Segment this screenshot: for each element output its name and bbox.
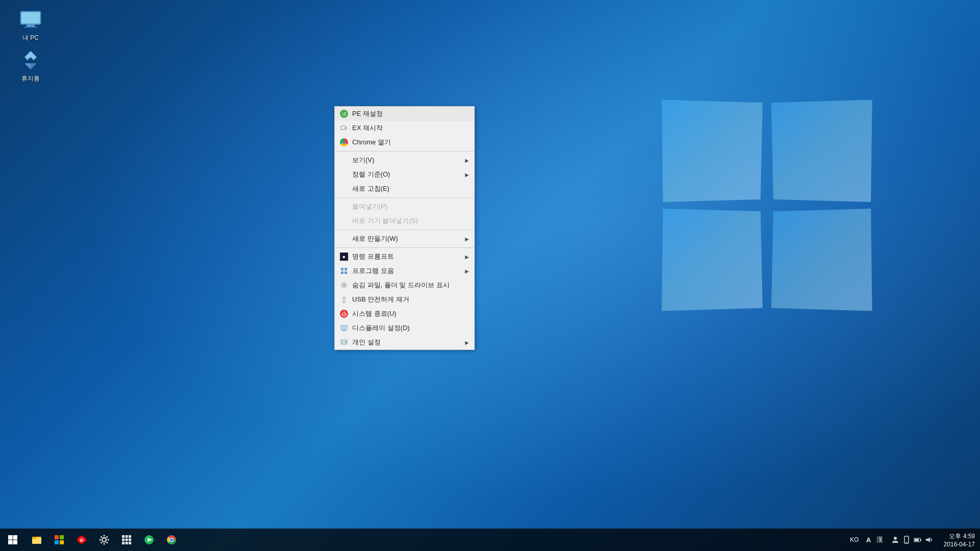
taskbar-store[interactable] bbox=[48, 529, 70, 551]
pe-reset-icon: ↺ bbox=[339, 109, 349, 119]
svg-point-30 bbox=[341, 341, 344, 343]
taskbar-apps[interactable] bbox=[115, 529, 138, 551]
tray-language-ko[interactable]: KO bbox=[847, 529, 863, 551]
svg-rect-60 bbox=[122, 539, 125, 541]
menu-item-chrome-open[interactable]: Chrome 열기 bbox=[335, 135, 474, 149]
tray-icon-input-method[interactable]: A bbox=[863, 529, 874, 551]
svg-point-49 bbox=[104, 535, 105, 537]
menu-item-cmd[interactable]: ■ 명령 프롬프트 ▶ bbox=[335, 249, 474, 264]
svg-marker-5 bbox=[24, 63, 31, 69]
paste-icon bbox=[339, 202, 349, 212]
menu-item-chrome-label: Chrome 열기 bbox=[352, 138, 469, 147]
win-pane-tl bbox=[662, 100, 763, 202]
menu-item-new[interactable]: 새로 만들기(W) ▶ bbox=[335, 232, 474, 246]
menu-item-pe-reset-label: PE 재설정 bbox=[352, 109, 469, 118]
svg-rect-39 bbox=[32, 538, 41, 544]
taskbar-settings[interactable] bbox=[93, 529, 115, 551]
new-icon bbox=[339, 234, 349, 244]
tray-lang-a: A bbox=[866, 536, 871, 544]
tray-clock[interactable]: 오후 4:59 2016-04-17 bbox=[939, 529, 980, 551]
svg-rect-41 bbox=[55, 535, 59, 539]
menu-item-refresh-label: 새로 고침(E) bbox=[352, 184, 469, 193]
system-tray: KO A 漢 bbox=[847, 529, 980, 551]
svg-marker-7 bbox=[31, 51, 37, 60]
svg-rect-22 bbox=[345, 298, 346, 298]
menu-item-usb-label: USB 안전하게 제거 bbox=[352, 295, 469, 304]
menu-item-paste-shortcut[interactable]: 바로 가기 붙여넣기(S) bbox=[335, 214, 474, 228]
svg-rect-15 bbox=[345, 271, 347, 274]
svg-rect-9 bbox=[341, 126, 346, 130]
svg-rect-13 bbox=[345, 268, 347, 270]
taskbar: R bbox=[0, 529, 980, 551]
svg-rect-35 bbox=[13, 535, 18, 540]
menu-item-view-label: 보기(V) bbox=[352, 156, 465, 165]
taskbar-media-player[interactable] bbox=[138, 529, 160, 551]
svg-marker-8 bbox=[24, 51, 31, 60]
menu-item-usb-remove[interactable]: USB 안전하게 제거 bbox=[335, 292, 474, 307]
cmd-arrow: ▶ bbox=[465, 254, 469, 260]
menu-item-shutdown[interactable]: ⏻ 시스템 종료(U) bbox=[335, 307, 474, 321]
svg-rect-44 bbox=[60, 540, 64, 544]
svg-rect-1 bbox=[21, 12, 40, 23]
svg-rect-59 bbox=[129, 535, 131, 538]
svg-point-71 bbox=[894, 537, 897, 540]
svg-point-55 bbox=[101, 542, 102, 543]
taskbar-pinned-icons: R bbox=[26, 529, 183, 551]
desktop-icon-recycle-bin[interactable]: 휴지통 bbox=[10, 46, 51, 85]
menu-item-pe-reset[interactable]: ↺ PE 재설정 bbox=[335, 107, 474, 121]
menu-item-ex-restart[interactable]: EX 재시작 bbox=[335, 121, 474, 135]
svg-rect-62 bbox=[129, 539, 131, 541]
desktop-icon-my-pc[interactable]: 내 PC bbox=[10, 5, 51, 44]
separator-3 bbox=[335, 230, 474, 230]
recycle-bin-icon-img bbox=[18, 48, 43, 72]
windows-logo bbox=[664, 102, 878, 316]
programs-arrow: ▶ bbox=[465, 268, 469, 274]
menu-item-hide-files[interactable]: 숨김 파일, 폴더 및 드라이브 표시 bbox=[335, 278, 474, 292]
win-pane-br bbox=[771, 209, 872, 311]
menu-item-sort[interactable]: 정렬 기준(O) ▶ bbox=[335, 167, 474, 182]
new-arrow: ▶ bbox=[465, 236, 469, 242]
menu-item-personal-label: 개인 설정 bbox=[352, 338, 465, 347]
taskbar-chrome[interactable] bbox=[160, 529, 183, 551]
context-menu: ↺ PE 재설정 EX 재시작 Chrome 열기 bbox=[334, 106, 475, 350]
menu-item-programs[interactable]: 프로그램 모음 ▶ bbox=[335, 264, 474, 278]
tray-icon-device[interactable] bbox=[901, 529, 912, 551]
svg-rect-36 bbox=[8, 540, 13, 545]
tray-icon-user[interactable] bbox=[890, 529, 901, 551]
svg-point-73 bbox=[906, 542, 907, 543]
tray-date: 2016-04-17 bbox=[944, 541, 975, 548]
usb-remove-icon bbox=[339, 294, 349, 305]
taskbar-ruby[interactable]: R bbox=[70, 529, 93, 551]
svg-rect-24 bbox=[341, 326, 347, 329]
svg-rect-61 bbox=[126, 539, 128, 541]
tray-icon-battery[interactable] bbox=[912, 529, 923, 551]
separator-4 bbox=[335, 247, 474, 248]
tray-hanja-text: 漢 bbox=[876, 535, 883, 544]
tray-icon-volume[interactable] bbox=[923, 529, 935, 551]
svg-rect-12 bbox=[341, 268, 344, 270]
menu-item-paste[interactable]: 붙여넣기(P) bbox=[335, 199, 474, 214]
chrome-open-icon bbox=[339, 137, 349, 147]
svg-marker-77 bbox=[926, 537, 930, 542]
menu-item-display[interactable]: 디스플레이 설정(D) bbox=[335, 321, 474, 335]
svg-rect-63 bbox=[122, 542, 125, 544]
menu-item-refresh[interactable]: 새로 고침(E) bbox=[335, 182, 474, 196]
svg-rect-14 bbox=[341, 271, 344, 274]
menu-item-ex-restart-label: EX 재시작 bbox=[352, 123, 469, 133]
win-pane-bl bbox=[662, 209, 763, 311]
taskbar-file-explorer[interactable] bbox=[26, 529, 48, 551]
svg-marker-6 bbox=[31, 63, 37, 69]
svg-rect-58 bbox=[126, 535, 128, 538]
svg-point-17 bbox=[343, 284, 345, 286]
view-icon bbox=[339, 155, 349, 165]
refresh-icon bbox=[339, 184, 349, 194]
menu-item-personal[interactable]: 개인 설정 ▶ bbox=[335, 335, 474, 349]
svg-rect-40 bbox=[32, 537, 36, 539]
svg-rect-37 bbox=[13, 540, 18, 545]
menu-item-hide-files-label: 숨김 파일, 폴더 및 드라이브 표시 bbox=[352, 281, 469, 290]
svg-rect-34 bbox=[8, 535, 13, 540]
tray-icon-hanja[interactable]: 漢 bbox=[874, 529, 886, 551]
menu-item-view[interactable]: 보기(V) ▶ bbox=[335, 153, 474, 167]
start-button[interactable] bbox=[0, 529, 26, 551]
recycle-bin-label: 휴지통 bbox=[21, 74, 40, 83]
